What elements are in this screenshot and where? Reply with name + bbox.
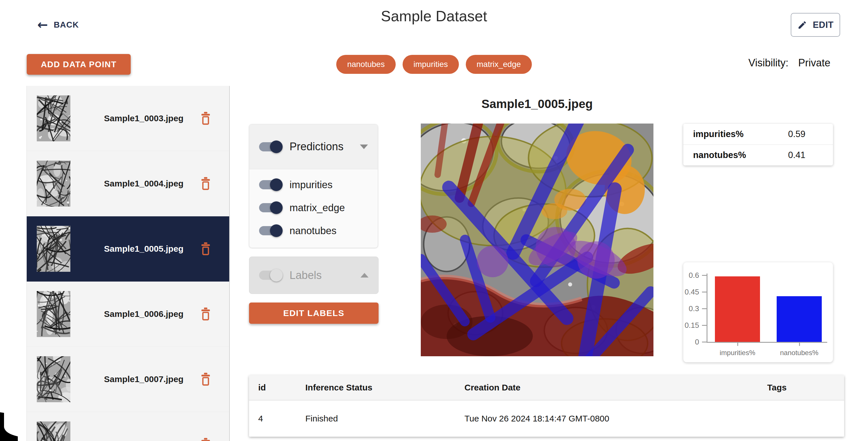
datapoint-filename: Sample1_0003.jpeg (70, 114, 200, 123)
x-tick-label: impurities% (719, 349, 755, 357)
stat-row: nanotubes%0.41 (683, 145, 833, 166)
table-cell-creation_date: Tue Nov 26 2024 18:14:47 GMT-0800 (455, 414, 758, 423)
page-title: Sample Dataset (381, 7, 487, 25)
datapoint-list-item[interactable]: Sample1_0003.jpeg (27, 86, 229, 151)
stat-label: impurities% (693, 129, 744, 139)
y-tick-label: 0.45 (679, 288, 699, 296)
datapoint-details-table: idInference StatusCreation DateTags4Fini… (249, 375, 844, 437)
pencil-icon (797, 20, 807, 30)
class-label: nanotubes (289, 225, 336, 236)
datapoint-thumbnail (37, 95, 70, 141)
dataset-tag-pill: matrix_edge (466, 55, 532, 74)
predictions-panel: Predictions impuritiesmatrix_edgenanotub… (249, 124, 378, 248)
class-label: impurities (289, 179, 333, 190)
delete-icon[interactable] (200, 372, 211, 386)
toggle-knob (270, 141, 283, 153)
back-button[interactable]: ← BACK (37, 19, 79, 31)
visibility-label: Visibility: (748, 57, 788, 69)
dataset-tag-pill: impurities (402, 55, 459, 74)
predictions-toggle[interactable] (259, 142, 281, 151)
datapoint-thumbnail (37, 421, 70, 441)
labels-label: Labels (289, 269, 322, 282)
datapoint-filename: Sample1_0012.jpeg (70, 440, 200, 441)
prediction-bar-chart: 00.150.30.450.6impurities%nanotubes% (683, 262, 833, 362)
stat-label: nanotubes% (693, 150, 746, 160)
y-tick-label: 0.15 (679, 321, 699, 330)
table-row: 4FinishedTue Nov 26 2024 18:14:47 GMT-08… (249, 401, 844, 437)
delete-icon[interactable] (200, 438, 211, 441)
table-header-cell: Creation Date (455, 383, 758, 392)
prediction-class-row: nanotubes (249, 219, 378, 242)
toggle-knob (270, 201, 283, 214)
edit-button[interactable]: EDIT (791, 13, 840, 37)
stat-value: 0.59 (788, 129, 823, 139)
class-toggle-matrix_edge[interactable] (259, 203, 281, 212)
dataset-tags: nanotubesimpuritiesmatrix_edge (336, 55, 532, 74)
delete-icon[interactable] (200, 307, 211, 321)
y-tick (702, 342, 707, 343)
edit-labels-button[interactable]: EDIT LABELS (249, 302, 378, 324)
y-tick (702, 325, 707, 326)
datapoint-list: Sample1_0003.jpegSample1_0004.jpegSample… (26, 86, 230, 441)
labels-panel: Labels (249, 257, 378, 294)
y-tick (702, 292, 707, 292)
x-axis-line (707, 342, 827, 343)
dataset-tag-pill: nanotubes (336, 55, 396, 74)
delete-icon[interactable] (200, 177, 211, 190)
datapoint-thumbnail (37, 226, 70, 272)
x-tick (799, 342, 800, 346)
x-tick-label: nanotubes% (780, 349, 818, 357)
datapoint-list-item[interactable]: Sample1_0006.jpeg (27, 282, 229, 347)
datapoint-filename: Sample1_0007.jpeg (70, 374, 200, 384)
table-cell-id: 4 (249, 414, 296, 423)
delete-icon[interactable] (200, 112, 211, 125)
labels-toggle (259, 271, 281, 280)
datapoint-list-item[interactable]: Sample1_0005.jpeg (27, 216, 229, 282)
prediction-class-row: impurities (249, 173, 378, 196)
toggle-knob (270, 178, 283, 191)
datapoint-list-item[interactable]: Sample1_0004.jpeg (27, 151, 229, 216)
image-title: Sample1_0005.jpeg (482, 97, 593, 111)
table-cell-inference_status: Finished (296, 414, 455, 423)
class-toggle-impurities[interactable] (259, 180, 281, 189)
y-tick-label: 0.3 (679, 304, 699, 313)
class-label: matrix_edge (289, 202, 345, 213)
y-tick (702, 275, 707, 276)
bar-nanotubes% (777, 296, 822, 342)
table-header-cell: Tags (758, 383, 844, 392)
datapoint-list-item[interactable]: Sample1_0007.jpeg (27, 347, 229, 412)
chevron-up-icon (361, 273, 369, 277)
table-header-cell: Inference Status (296, 383, 455, 392)
datapoint-thumbnail (37, 160, 70, 207)
stat-row: impurities%0.59 (683, 124, 833, 145)
datapoint-filename: Sample1_0004.jpeg (70, 179, 200, 188)
datapoint-filename: Sample1_0005.jpeg (70, 244, 200, 254)
stat-value: 0.41 (788, 150, 823, 160)
visibility: Visibility: Private (748, 57, 830, 69)
toggle-knob (270, 225, 283, 237)
add-data-point-button[interactable]: ADD DATA POINT (27, 54, 131, 75)
edit-button-label: EDIT (813, 20, 834, 30)
datapoint-thumbnail (37, 291, 70, 337)
datapoint-list-item[interactable]: Sample1_0012.jpeg (27, 412, 229, 441)
cursor-artifact (0, 412, 32, 441)
visibility-value: Private (798, 57, 830, 69)
dataset-detail-page: ← BACK Sample Dataset EDIT ADD DATA POIN… (0, 0, 868, 441)
prediction-class-row: matrix_edge (249, 196, 378, 219)
chevron-down-icon[interactable] (360, 145, 368, 149)
predictions-label: Predictions (289, 141, 343, 153)
datapoint-thumbnail (37, 356, 70, 402)
prediction-stats-card: impurities%0.59nanotubes%0.41 (683, 124, 833, 166)
datapoint-filename: Sample1_0006.jpeg (70, 309, 200, 319)
back-label: BACK (54, 20, 79, 30)
x-tick (737, 342, 738, 346)
delete-icon[interactable] (200, 242, 211, 256)
class-toggle-nanotubes[interactable] (259, 226, 281, 235)
predictions-header[interactable]: Predictions (249, 124, 378, 169)
toggle-knob (270, 269, 283, 282)
y-tick-label: 0.6 (679, 271, 699, 280)
y-tick-label: 0 (679, 337, 699, 347)
table-header-row: idInference StatusCreation DateTags (249, 375, 844, 401)
y-axis-line (707, 273, 707, 342)
prediction-class-rows: impuritiesmatrix_edgenanotubes (249, 169, 378, 242)
